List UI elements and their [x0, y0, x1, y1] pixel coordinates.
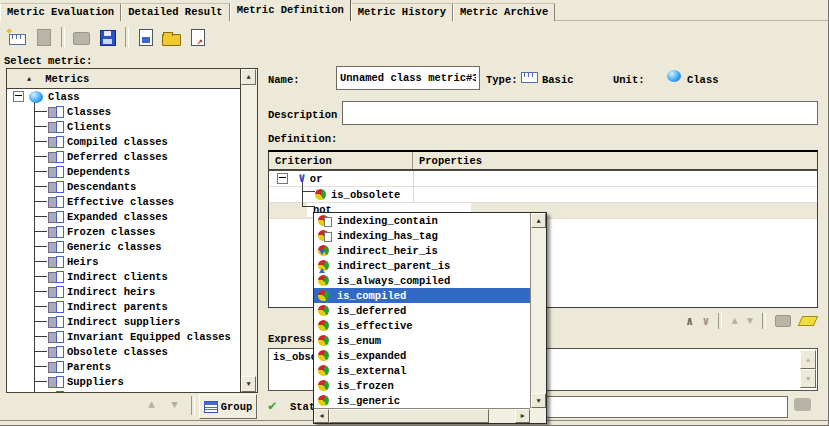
tree-item-indirect-heirs[interactable]: Indirect heirs [7, 284, 241, 299]
tree-item-label: Indirect parents [67, 301, 168, 313]
import-metrics-button[interactable] [133, 25, 157, 49]
dropdown-item-is-expanded[interactable]: is_expanded [314, 348, 530, 363]
tree-item-classes[interactable]: Classes [7, 104, 241, 119]
tab-detailed-result[interactable]: Detailed Result [121, 3, 230, 21]
metrics-column-header[interactable]: ▲ Metrics [7, 69, 241, 89]
expression-scroll-up-button[interactable]: ▲ [800, 350, 816, 369]
tree-item-effective-classes[interactable]: Effective classes [7, 194, 241, 209]
tree-item-clients[interactable]: Clients [7, 119, 241, 134]
scroll-down-button[interactable]: ▼ [241, 376, 256, 392]
criterion-pie-icon [318, 304, 332, 317]
criterion-row-label: or [310, 173, 323, 185]
tab-metric-evaluation[interactable]: Metric Evaluation [0, 3, 121, 21]
criterion-dropdown-list: indexing_contain indexing_has_tag indire… [314, 213, 530, 408]
tree-item-indirect-parents[interactable]: Indirect parents [7, 299, 241, 314]
move-metric-down-button[interactable]: ▼ [166, 397, 183, 413]
scrollbar-thumb[interactable] [329, 409, 489, 423]
dropdown-item-is-compiled-selected[interactable]: is_compiled [314, 288, 530, 303]
tree-item-uncompiled-classes[interactable]: Uncompiled classes [7, 389, 241, 392]
tree-item-deferred-classes[interactable]: Deferred classes [7, 149, 241, 164]
open-metric-file-button[interactable] [159, 25, 183, 49]
tree-item-descendants[interactable]: Descendants [7, 179, 241, 194]
metric-icon [48, 301, 65, 313]
scroll-left-button[interactable]: ◄ [314, 409, 329, 423]
insert-or-criterion-button[interactable]: ∨ [702, 314, 709, 329]
criterion-table-header: Criterion Properties [269, 152, 817, 171]
metric-icon [48, 271, 65, 283]
criterion-tree-line [302, 182, 303, 207]
delete-criterion-button[interactable] [775, 315, 791, 327]
tree-item-dependents[interactable]: Dependents [7, 164, 241, 179]
tab-metric-history[interactable]: Metric History [351, 3, 453, 21]
tree-item-obsolete-classes[interactable]: Obsolete classes [7, 344, 241, 359]
tree-item-generic-classes[interactable]: Generic classes [7, 239, 241, 254]
move-criterion-down-button[interactable]: ▼ [747, 315, 753, 327]
move-criterion-up-button[interactable]: ▲ [731, 315, 737, 327]
tab-metric-definition[interactable]: Metric Definition [230, 0, 351, 21]
tree-item-indirect-suppliers[interactable]: Indirect suppliers [7, 314, 241, 329]
save-metric-button[interactable] [95, 25, 119, 49]
criterion-pie-icon [318, 274, 332, 287]
criterion-row-or[interactable]: ∨ or [269, 171, 817, 187]
scroll-right-button[interactable]: ► [515, 409, 530, 423]
dropdown-item-is-generic[interactable]: is_generic [314, 393, 530, 408]
criterion-row-is-obsolete[interactable]: is_obsolete [269, 187, 817, 203]
metric-name-input[interactable] [336, 66, 480, 90]
tree-root-class[interactable]: Class [7, 89, 241, 104]
criterion-pie-icon [318, 394, 332, 407]
tab-metric-archive[interactable]: Metric Archive [453, 3, 555, 21]
dropdown-item-indexing-has-tag[interactable]: indexing_has_tag [314, 228, 530, 243]
dropdown-item-is-always-compiled[interactable]: is_always_compiled [314, 273, 530, 288]
name-label: Name: [268, 74, 300, 86]
tree-item-frozen-classes[interactable]: Frozen classes [7, 224, 241, 239]
dropdown-item-is-enum[interactable]: is_enum [314, 333, 530, 348]
dropdown-item-indirect-heir-is[interactable]: indirect_heir_is [314, 243, 530, 258]
tree-item-indirect-clients[interactable]: Indirect clients [7, 269, 241, 284]
definition-label: Definition: [268, 133, 337, 145]
dropdown-item-is-frozen[interactable]: is_frozen [314, 378, 530, 393]
dropdown-item-is-deferred[interactable]: is_deferred [314, 303, 530, 318]
scroll-up-button[interactable]: ▲ [241, 69, 256, 85]
tree-item-invariant-equipped-classes[interactable]: Invariant Equipped classes [7, 329, 241, 344]
tree-item-heirs[interactable]: Heirs [7, 254, 241, 269]
metric-toolbar: ✦ ↗ [5, 24, 211, 50]
dropdown-item-label: is_frozen [337, 380, 394, 392]
tree-item-label: Compiled classes [67, 136, 168, 148]
tree-item-compiled-classes[interactable]: Compiled classes [7, 134, 241, 149]
move-metric-up-button[interactable]: ▲ [143, 397, 160, 413]
collapse-toggle-icon[interactable] [13, 91, 24, 102]
insert-and-criterion-button[interactable]: ∧ [686, 314, 693, 329]
comment-bubble-icon[interactable] [794, 398, 811, 411]
metric-icon [48, 286, 65, 298]
group-toggle-button[interactable]: Group [199, 394, 257, 419]
dropdown-vertical-scrollbar[interactable]: ▲ ▼ [530, 213, 546, 408]
dropdown-item-indirect-parent-is[interactable]: indirect_parent_is [314, 258, 530, 273]
expression-scroll-down-button[interactable]: ▼ [800, 369, 816, 388]
dropdown-item-label: is_compiled [337, 290, 406, 302]
tree-item-suppliers[interactable]: Suppliers [7, 374, 241, 389]
dropdown-item-indexing-contain[interactable]: indexing_contain [314, 213, 530, 228]
tree-item-label: Descendants [67, 181, 136, 193]
tree-item-parents[interactable]: Parents [7, 359, 241, 374]
criterion-dropdown: indexing_contain indexing_has_tag indire… [313, 212, 547, 424]
collapse-toggle-icon[interactable] [277, 173, 288, 184]
dropdown-horizontal-scrollbar[interactable]: ◄ ► [314, 408, 530, 423]
metric-icon [48, 331, 65, 343]
dropdown-item-is-effective[interactable]: is_effective [314, 318, 530, 333]
duplicate-metric-button[interactable] [31, 25, 55, 49]
new-metric-button[interactable]: ✦ [5, 25, 29, 49]
tree-item-label: Suppliers [67, 376, 124, 388]
properties-column-header[interactable]: Properties [413, 155, 482, 167]
export-metrics-button[interactable]: ↗ [185, 25, 209, 49]
criterion-tree-tick [303, 206, 315, 207]
tree-scrollbar[interactable]: ▲ ▼ [240, 69, 257, 392]
dropdown-item-is-external[interactable]: is_external [314, 363, 530, 378]
metrics-header-label: Metrics [45, 73, 89, 85]
scroll-up-button[interactable]: ▲ [531, 213, 546, 228]
tree-item-expanded-classes[interactable]: Expanded classes [7, 209, 241, 224]
clear-definition-button[interactable] [798, 316, 819, 326]
delete-metric-button[interactable] [69, 25, 93, 49]
description-input[interactable] [342, 101, 818, 125]
scroll-down-button[interactable]: ▼ [531, 393, 546, 408]
criterion-column-header[interactable]: Criterion [269, 152, 413, 169]
